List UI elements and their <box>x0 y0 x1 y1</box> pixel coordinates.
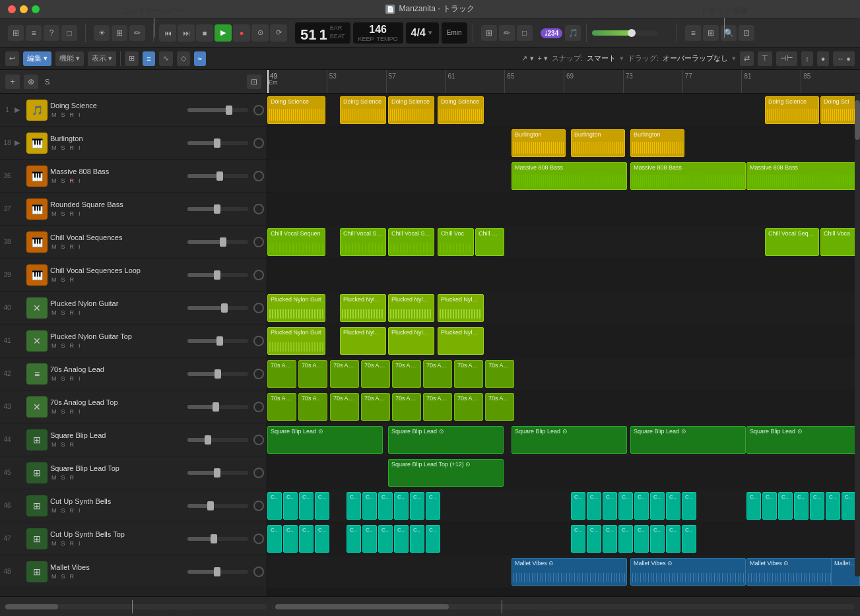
region[interactable]: Plucked Nylon Gui <box>438 294 484 322</box>
solo-button[interactable]: S <box>60 474 67 481</box>
time-signature[interactable]: 4/4 ▼ <box>406 22 439 44</box>
region[interactable]: Cut <box>378 492 393 520</box>
region[interactable]: 70s Anal <box>361 360 390 388</box>
region[interactable]: Cut <box>634 525 649 553</box>
pencil-button[interactable]: ✏ <box>129 25 145 41</box>
fader-thumb[interactable] <box>214 567 220 576</box>
region[interactable]: Cut <box>426 492 440 520</box>
region[interactable]: Cut <box>650 492 665 520</box>
region[interactable]: Cut <box>571 525 585 553</box>
record-arm-button[interactable]: R <box>69 243 76 251</box>
input-monitor-button[interactable]: I <box>77 144 82 152</box>
track-pan-knob[interactable] <box>253 534 264 544</box>
region[interactable]: Cut <box>426 525 440 553</box>
solo-button[interactable]: S <box>60 342 67 350</box>
mute-button[interactable]: M <box>50 309 58 317</box>
region[interactable]: Square Blip Lead ⊙ <box>630 426 746 454</box>
solo-button[interactable]: S <box>60 572 67 580</box>
help-button[interactable]: ? <box>44 25 59 41</box>
record-button2[interactable]: ● <box>817 51 830 66</box>
track-pan-knob[interactable] <box>253 369 264 379</box>
track-pan-knob[interactable] <box>253 138 264 148</box>
record-arm-button[interactable]: R <box>69 539 76 547</box>
region[interactable]: 70s Anal <box>423 360 452 388</box>
solo-button[interactable]: S <box>60 539 67 547</box>
region[interactable]: Cut <box>682 492 696 520</box>
solo-button[interactable]: S <box>60 144 67 152</box>
record-arm-button[interactable]: R <box>69 441 76 448</box>
mixer-button[interactable]: ⊞ <box>112 25 127 41</box>
region[interactable]: 70s Anal <box>392 393 421 421</box>
region[interactable]: Square Blip Lead ⊙ <box>267 426 383 454</box>
volume-thumb[interactable] <box>628 29 636 37</box>
horizontal-scrollbar-left[interactable] <box>5 604 267 609</box>
fader-thumb[interactable] <box>220 237 226 247</box>
input-monitor-button[interactable]: I <box>77 539 82 547</box>
region[interactable]: Cut <box>650 525 665 553</box>
track-pan-knob[interactable] <box>253 468 264 478</box>
rewind-button[interactable]: ⏮ <box>159 24 176 42</box>
list-view-button[interactable]: ≡ <box>685 25 701 41</box>
record-arm-button[interactable]: R <box>69 111 76 119</box>
horizontal-scrollbar-right[interactable] <box>275 604 855 609</box>
fader-thumb[interactable] <box>214 204 220 214</box>
track-options-button[interactable]: ⊡ <box>247 75 261 89</box>
record-arm-button[interactable]: R <box>69 177 76 185</box>
region[interactable]: Cut <box>571 492 585 520</box>
track-fader[interactable] <box>187 504 248 508</box>
region[interactable]: Cut <box>267 525 282 553</box>
mute-button[interactable]: M <box>50 474 58 481</box>
mute-button[interactable]: M <box>50 144 58 152</box>
new-tracks-button[interactable]: ⊞ <box>8 25 24 41</box>
region[interactable]: Cut <box>794 492 809 520</box>
solo-button[interactable]: S <box>60 441 67 448</box>
record-arm-button[interactable]: R <box>69 144 76 152</box>
track-pan-knob[interactable] <box>253 435 264 445</box>
fader-thumb[interactable] <box>214 468 220 477</box>
fader-thumb[interactable] <box>226 106 232 115</box>
region[interactable]: Cut <box>347 492 361 520</box>
mute-button[interactable]: M <box>50 507 58 514</box>
region[interactable]: Plucked Nylon Guit <box>438 327 484 355</box>
solo-button[interactable]: S <box>60 408 67 416</box>
region[interactable]: Chill Voc <box>438 228 474 256</box>
mute-button[interactable]: M <box>50 276 58 284</box>
region[interactable]: Cut <box>362 492 377 520</box>
input-monitor-button[interactable]: I <box>77 342 82 350</box>
track-pan-knob[interactable] <box>253 501 264 511</box>
smart-controls-button[interactable]: □ <box>61 25 77 41</box>
record-arm-button[interactable]: R <box>69 309 76 317</box>
region[interactable]: 70s Anal <box>267 393 296 421</box>
track-pan-knob[interactable] <box>253 567 264 577</box>
display-button[interactable]: ☀ <box>94 25 110 41</box>
minimize-button[interactable] <box>20 5 28 13</box>
track-fader[interactable] <box>187 207 248 211</box>
region[interactable]: Cut <box>778 492 793 520</box>
solo-button[interactable]: S <box>60 507 67 514</box>
edit-mode-button[interactable]: ✏ <box>499 25 515 41</box>
region[interactable]: Cut <box>762 492 777 520</box>
plugin-button[interactable]: ⊡ <box>739 25 754 41</box>
input-monitor-button[interactable]: I <box>77 243 82 251</box>
region[interactable]: Doing Science <box>388 96 434 124</box>
mute-button[interactable]: M <box>50 111 58 119</box>
record-arm-button[interactable]: R <box>69 276 76 284</box>
input-monitor-button[interactable]: I <box>77 309 82 317</box>
solo-button[interactable]: S <box>60 276 67 284</box>
tempo-display[interactable]: 146 KEEP TEMPO <box>353 22 403 44</box>
region[interactable]: 70s Anal <box>423 393 452 421</box>
grid-view-button[interactable]: ⊞ <box>703 25 719 41</box>
track-fader[interactable] <box>187 537 248 541</box>
region[interactable]: Cut <box>587 492 601 520</box>
record-arm-button[interactable]: R <box>69 342 76 350</box>
track-pan-knob[interactable] <box>253 171 264 181</box>
input-monitor-button[interactable]: I <box>77 375 82 383</box>
mute-button[interactable]: M <box>50 408 58 416</box>
region[interactable]: Cut <box>283 492 298 520</box>
scrollbar-thumb-right[interactable] <box>275 604 449 609</box>
track-fader[interactable] <box>187 405 248 409</box>
fader-thumb[interactable] <box>214 270 220 280</box>
tuner-button[interactable]: 🎵 <box>565 25 581 41</box>
region[interactable]: Plucked Nylon Guit <box>340 327 386 355</box>
key-display[interactable]: Emin <box>442 22 467 44</box>
